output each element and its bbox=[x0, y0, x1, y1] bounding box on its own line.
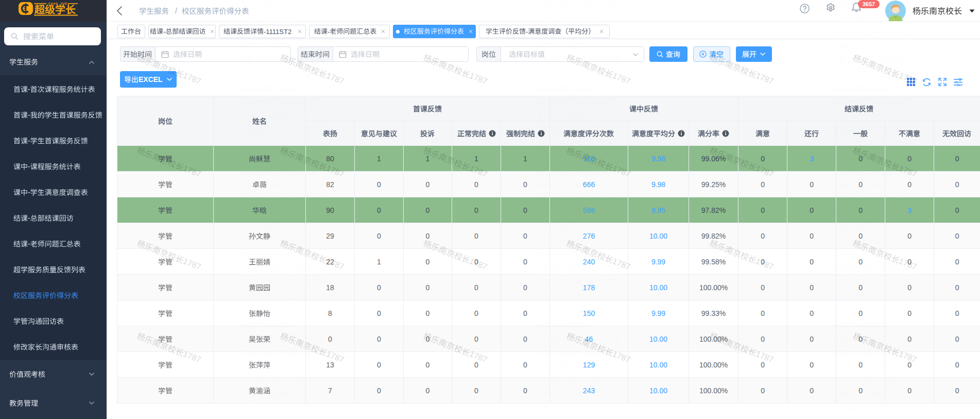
svg-text:1787: 1787 bbox=[325, 71, 345, 86]
svg-text:1787: 1787 bbox=[611, 71, 631, 86]
svg-text:DESKTOP-F3MTOLF: DESKTOP-F3MTOLF bbox=[833, 403, 918, 413]
svg-text:2026-03-24 18:23:52: 2026-03-24 18:23:52 bbox=[241, 417, 322, 419]
svg-text:DESKTOP-F3MTOLF: DESKTOP-F3MTOLF bbox=[241, 403, 325, 413]
svg-text:Administrator: Administrator bbox=[833, 41, 885, 51]
svg-text:EXCEL: EXCEL bbox=[139, 76, 163, 83]
svg-text:-: - bbox=[28, 214, 30, 222]
svg-text:1787: 1787 bbox=[754, 71, 775, 86]
svg-text:1787: 1787 bbox=[468, 71, 488, 86]
svg-text:2026-03-24 18:23:52: 2026-03-24 18:23:52 bbox=[537, 417, 618, 419]
svg-text:-: - bbox=[28, 189, 30, 196]
svg-text:-: - bbox=[28, 240, 30, 248]
svg-text:2026-03-24 18:23:52: 2026-03-24 18:23:52 bbox=[833, 417, 915, 419]
svg-text:192.168.50.13: 192.168.50.13 bbox=[833, 83, 889, 93]
svg-text:-1111ST2: -1111ST2 bbox=[264, 28, 291, 35]
svg-text:-: - bbox=[28, 86, 30, 93]
svg-text:192.168.50.13: 192.168.50.13 bbox=[241, 83, 297, 93]
svg-text:-: - bbox=[28, 137, 30, 145]
svg-text:-: - bbox=[328, 28, 330, 35]
svg-text:-: - bbox=[163, 28, 165, 35]
svg-text:1787: 1787 bbox=[182, 71, 202, 86]
svg-text:1787: 1787 bbox=[898, 71, 918, 86]
svg-text:-: - bbox=[28, 163, 30, 171]
svg-text:-: - bbox=[526, 28, 528, 35]
svg-text:DESKTOP-F3MTOLF: DESKTOP-F3MTOLF bbox=[537, 403, 622, 413]
svg-text:192.168.50.13: 192.168.50.13 bbox=[537, 83, 593, 93]
svg-text:-: - bbox=[28, 111, 30, 119]
